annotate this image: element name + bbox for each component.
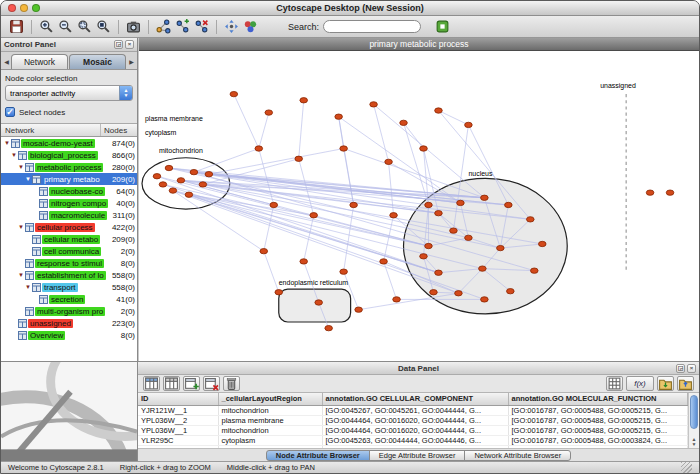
column-header[interactable]: annotation.GO CELLULAR_COMPONENT xyxy=(322,393,508,405)
scrollbar-thumb[interactable] xyxy=(690,395,698,429)
column-header[interactable]: _cellularLayoutRegion xyxy=(218,393,322,405)
panel-controls: ◲ × xyxy=(114,40,134,49)
tree-expand-icon[interactable]: ▼ xyxy=(17,164,25,170)
close-data-panel-icon[interactable]: × xyxy=(687,364,696,373)
tree-item[interactable]: nucleobase-co64(0) xyxy=(1,185,137,197)
network-column-header[interactable]: Network xyxy=(1,124,101,136)
data-panel-title: Data Panel xyxy=(398,364,439,373)
select-nodes-checkbox[interactable]: ✓ xyxy=(5,107,15,117)
tree-item[interactable]: ▼establishment of lo558(0) xyxy=(1,269,137,281)
window-title: Cytoscape Desktop (New Session) xyxy=(1,3,699,13)
svg-text:nucleus: nucleus xyxy=(468,170,493,178)
minimize-window-button[interactable] xyxy=(20,4,28,12)
close-window-button[interactable] xyxy=(8,4,16,12)
column-header[interactable]: annotation.GO MOLECULAR_FUNCTION xyxy=(508,393,688,405)
tree-item[interactable]: ▼mosaic-demo-yeast874(0) xyxy=(1,137,137,149)
data-panel-titlebar: Data Panel ◲ × xyxy=(138,362,699,375)
node-color-dropdown[interactable]: transporter activity ▲▼ xyxy=(5,85,133,101)
column-unselect-icon[interactable] xyxy=(163,376,180,391)
svg-text:mitochondrion: mitochondrion xyxy=(159,147,203,155)
new-network-icon[interactable] xyxy=(173,18,192,36)
close-panel-icon[interactable]: × xyxy=(125,40,134,49)
tree-item-node-count: 209(0) xyxy=(112,175,137,184)
fx-button[interactable]: f(x) xyxy=(626,376,654,391)
tree-item[interactable]: secretion41(0) xyxy=(1,293,137,305)
table-row[interactable]: YJR121W__1mitochondrion[GO:0045267, GO:0… xyxy=(138,405,688,415)
toolbar-separator xyxy=(31,20,32,34)
tree-item[interactable]: response to stimul8(0) xyxy=(1,257,137,269)
tree-item-label: secretion xyxy=(49,295,85,304)
tree-header: Network Nodes xyxy=(1,124,137,137)
tree-item[interactable]: nitrogen compo40(0) xyxy=(1,197,137,209)
tree-item[interactable]: Overview8(0) xyxy=(1,329,137,341)
tree-item[interactable]: ▼cellular process422(0) xyxy=(1,221,137,233)
mosaic-controls: Node color selection transporter activit… xyxy=(1,70,137,124)
destroy-network-icon[interactable] xyxy=(192,18,211,36)
tree-item[interactable]: ▼biological_process866(0) xyxy=(1,149,137,161)
tree-item-node-count: 422(0) xyxy=(112,223,137,232)
tree-expand-icon[interactable]: ▼ xyxy=(17,272,25,278)
tree-item[interactable]: ▼transport558(0) xyxy=(1,281,137,293)
tree-expand-icon[interactable]: ▼ xyxy=(24,176,32,182)
control-panel-header: Control Panel ◲ × xyxy=(1,38,137,52)
control-panel-tab-network[interactable]: Network xyxy=(11,54,68,69)
tab-scroll-right-icon[interactable]: ▶ xyxy=(127,58,136,65)
resize-grip[interactable] xyxy=(681,462,692,473)
column-select-icon[interactable] xyxy=(143,376,160,391)
control-panel-tab-mosaic[interactable]: Mosaic xyxy=(69,54,126,69)
export-table-icon[interactable] xyxy=(677,376,694,391)
trash-icon[interactable] xyxy=(223,376,240,391)
table-scrollbar[interactable]: ▲▼ xyxy=(688,393,699,448)
tab-network-attribute-browser[interactable]: Network Attribute Browser xyxy=(464,450,571,461)
overview-thumbnail[interactable] xyxy=(1,361,137,461)
network-view-titlebar[interactable]: primary metabolic process xyxy=(139,38,699,51)
tree-item[interactable]: ▼primary metabo209(0) xyxy=(1,173,137,185)
table-cell: YPL036W__1 xyxy=(138,425,218,435)
float-data-panel-icon[interactable]: ◲ xyxy=(676,364,685,373)
zoom-window-button[interactable] xyxy=(32,4,40,12)
plugins-icon[interactable] xyxy=(433,18,452,36)
zoom-fit-icon[interactable] xyxy=(94,18,113,36)
table-row[interactable]: YPL036W__1mitochondrion[GO:0044464, GO:0… xyxy=(138,425,688,435)
snapshot-icon[interactable] xyxy=(124,18,143,36)
network-canvas[interactable]: plasma membranecytoplasmmitochondrionnuc… xyxy=(139,51,699,361)
first-neighbors-icon[interactable] xyxy=(154,18,173,36)
tree-item[interactable]: cellular metabo209(0) xyxy=(1,233,137,245)
float-panel-icon[interactable]: ◲ xyxy=(114,40,123,49)
search-input[interactable] xyxy=(323,20,421,33)
table-cell: YPL036W__2 xyxy=(138,415,218,425)
matrix-icon[interactable] xyxy=(606,376,623,391)
zoom-out-icon[interactable] xyxy=(56,18,75,36)
scrollbar-arrows-icon[interactable]: ▲▼ xyxy=(692,437,697,448)
layout-icon[interactable] xyxy=(222,18,241,36)
tab-edge-attribute-browser[interactable]: Edge Attribute Browser xyxy=(369,450,466,461)
save-icon[interactable] xyxy=(7,18,26,36)
vizmapper-icon[interactable] xyxy=(241,18,260,36)
tree-item-label: establishment of lo xyxy=(35,271,106,280)
tree-expand-icon[interactable]: ▼ xyxy=(17,224,25,230)
table-cell: YLR295C xyxy=(138,435,218,445)
tree-item[interactable]: unassigned223(0) xyxy=(1,317,137,329)
tree-expand-icon[interactable]: ▼ xyxy=(24,284,32,290)
table-cell: mitochondrion xyxy=(218,425,322,435)
tree-item[interactable]: cell communica2(0) xyxy=(1,245,137,257)
delete-attribute-icon[interactable] xyxy=(203,376,220,391)
table-row[interactable]: YPL036W__2plasma membrane[GO:0044464, GO… xyxy=(138,415,688,425)
tree-item-node-count: 280(0) xyxy=(112,163,137,172)
new-attribute-icon[interactable] xyxy=(183,376,200,391)
control-panel-tabbar: ◀ NetworkMosaic ▶ xyxy=(1,52,137,70)
zoom-in-icon[interactable] xyxy=(37,18,56,36)
zoom-selected-icon[interactable] xyxy=(75,18,94,36)
table-row[interactable]: YLR295Ccytoplasm[GO:0045263, GO:0044444,… xyxy=(138,435,688,445)
nodes-column-header[interactable]: Nodes xyxy=(101,126,137,135)
tree-expand-icon[interactable]: ▼ xyxy=(3,140,11,146)
tree-expand-icon[interactable]: ▼ xyxy=(10,152,18,158)
tab-node-attribute-browser[interactable]: Node Attribute Browser xyxy=(266,450,370,461)
column-header[interactable]: ID xyxy=(138,393,218,405)
tab-scroll-left-icon[interactable]: ◀ xyxy=(2,58,11,65)
import-table-icon[interactable] xyxy=(657,376,674,391)
window-titlebar[interactable]: Cytoscape Desktop (New Session) xyxy=(1,1,699,16)
tree-item[interactable]: macromolecule311(0) xyxy=(1,209,137,221)
tree-item[interactable]: multi-organism pro2(0) xyxy=(1,305,137,317)
tree-item[interactable]: ▼metabolic process280(0) xyxy=(1,161,137,173)
